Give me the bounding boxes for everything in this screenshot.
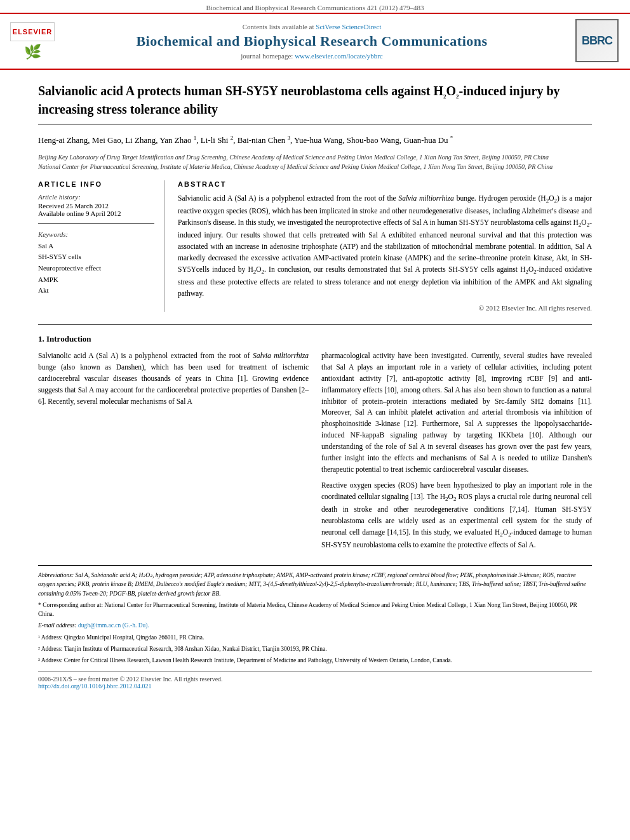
footnotes-section: Abbreviations: Sal A, Salvianolic acid A… xyxy=(38,565,592,665)
journal-citation-bar: Biochemical and Biophysical Research Com… xyxy=(0,0,630,13)
address2-footnote: ² Address: Tianjin Institute of Pharmace… xyxy=(38,644,592,653)
keywords-label: Keywords: xyxy=(38,230,154,238)
sciverse-link[interactable]: SciVerse ScienceDirect xyxy=(316,23,381,30)
introduction-columns: Salvianolic acid A (Sal A) is a polyphen… xyxy=(38,350,592,556)
keyword-2: SH-SY5Y cells xyxy=(38,251,154,263)
elsevier-wordmark: ELSEVIER xyxy=(10,22,55,41)
address3-footnote: ³ Address: Center for Critical Illness R… xyxy=(38,656,592,665)
intro-left-paragraph: Salvianolic acid A (Sal A) is a polyphen… xyxy=(38,350,309,407)
article-info-column: ARTICLE INFO Article history: Received 2… xyxy=(38,180,165,312)
article-history: Article history: Received 25 March 2012 … xyxy=(38,193,154,217)
received-date: Received 25 March 2012 xyxy=(38,202,154,210)
journal-homepage: journal homepage: www.elsevier.com/locat… xyxy=(62,52,561,60)
journal-logo-right: BBRC xyxy=(569,19,620,63)
info-divider xyxy=(38,223,154,224)
bbrc-logo: BBRC xyxy=(575,19,620,63)
email-value[interactable]: dugh@imm.ac.cn (G.-h. Du). xyxy=(78,622,149,629)
bbrc-logo-inner: BBRC xyxy=(575,19,619,62)
available-date: Available online 9 April 2012 xyxy=(38,210,154,217)
article-content: Salvianolic acid A protects human SH-SY5… xyxy=(0,70,630,702)
history-label: Article history: xyxy=(38,193,154,201)
abbreviations-footnote: Abbreviations: Sal A, Salvianolic acid A… xyxy=(38,571,592,598)
intro-right-col: pharmacological activity have been inves… xyxy=(321,350,592,556)
doi-link[interactable]: http://dx.doi.org/10.1016/j.bbrc.2012.04… xyxy=(38,683,151,690)
affiliation-2: National Center for Pharmaceutical Scree… xyxy=(38,162,592,171)
introduction-section: 1. Introduction Salvianolic acid A (Sal … xyxy=(38,324,592,556)
email-footnote: E-mail address: dugh@imm.ac.cn (G.-h. Du… xyxy=(38,621,592,630)
keyword-4: AMPK xyxy=(38,274,154,286)
journal-main-title: Biochemical and Biophysical Research Com… xyxy=(62,33,561,50)
abstract-header: ABSTRACT xyxy=(178,180,592,188)
elsevier-tree-icon: 🌿 xyxy=(10,44,55,60)
journal-title-center: Contents lists available at SciVerse Sci… xyxy=(62,23,561,60)
intro-right-paragraph-2: Reactive oxygen species (ROS) have been … xyxy=(321,480,592,551)
abstract-paragraph: Salvianolic acid A (Sal A) is a polyphen… xyxy=(178,193,592,300)
keyword-1: Sal A xyxy=(38,241,154,252)
elsevier-logo-text: ELSEVIER xyxy=(13,28,52,36)
introduction-title: 1. Introduction xyxy=(38,334,592,344)
intro-left-col: Salvianolic acid A (Sal A) is a polyphen… xyxy=(38,350,309,556)
sciverse-prefix: Contents lists available at xyxy=(243,23,314,30)
issn-text: 0006-291X/$ – see front matter © 2012 El… xyxy=(38,676,223,683)
keywords-section: Keywords: Sal A SH-SY5Y cells Neuroprote… xyxy=(38,230,154,297)
copyright-line: © 2012 Elsevier Inc. All rights reserved… xyxy=(178,304,592,312)
article-authors: Heng-ai Zhang, Mei Gao, Li Zhang, Yan Zh… xyxy=(38,133,592,147)
article-info-header: ARTICLE INFO xyxy=(38,180,154,188)
journal-citation-text: Biochemical and Biophysical Research Com… xyxy=(206,4,424,11)
address1-footnote: ¹ Address: Qingdao Municipal Hospital, Q… xyxy=(38,633,592,642)
article-title: Salvianolic acid A protects human SH-SY5… xyxy=(38,83,592,124)
keyword-5: Akt xyxy=(38,285,154,297)
info-abstract-columns: ARTICLE INFO Article history: Received 2… xyxy=(38,180,592,312)
corresponding-footnote: * Corresponding author at: National Cent… xyxy=(38,601,592,619)
affiliations: Beijing Key Laboratory of Drug Target Id… xyxy=(38,152,592,171)
sciverse-bar: Contents lists available at SciVerse Sci… xyxy=(62,23,561,30)
affiliation-1: Beijing Key Laboratory of Drug Target Id… xyxy=(38,152,592,162)
abstract-text: Salvianolic acid A (Sal A) is a polyphen… xyxy=(178,193,592,300)
elsevier-logo-left: ELSEVIER 🌿 xyxy=(10,22,55,60)
journal-title-band: ELSEVIER 🌿 Contents lists available at S… xyxy=(0,13,630,70)
homepage-url[interactable]: www.elsevier.com/locate/ybbrc xyxy=(295,52,383,60)
abstract-column: ABSTRACT Salvianolic acid A (Sal A) is a… xyxy=(178,180,592,312)
email-label: E-mail address: xyxy=(38,622,77,629)
bottom-bar: 0006-291X/$ – see front matter © 2012 El… xyxy=(38,671,592,690)
intro-right-paragraph-1: pharmacological activity have been inves… xyxy=(321,350,592,475)
keyword-3: Neuroprotective effect xyxy=(38,263,154,274)
